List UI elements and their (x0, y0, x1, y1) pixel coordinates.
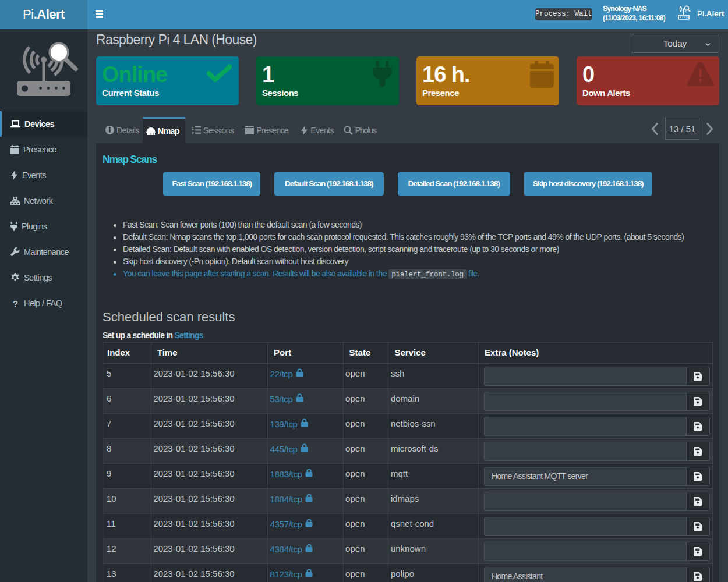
svg-text:2: 2 (192, 131, 194, 135)
svg-text:1: 1 (192, 126, 194, 130)
